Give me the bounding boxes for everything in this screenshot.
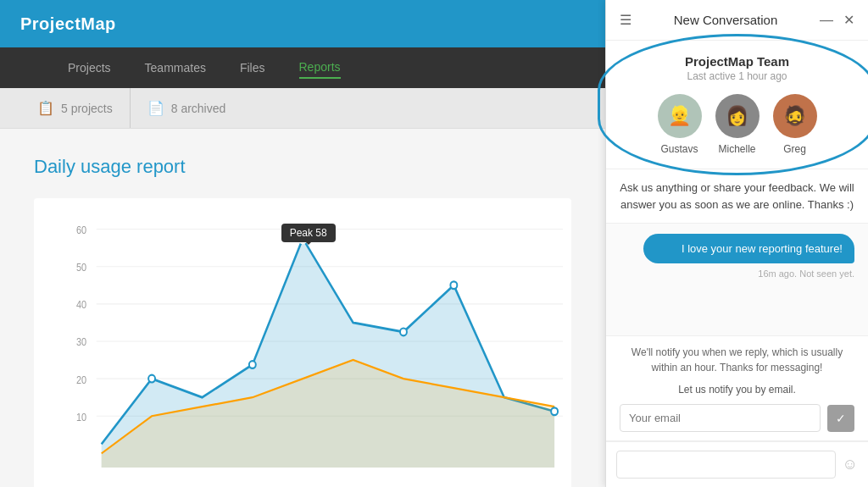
archived-count-item: 📄 8 archived: [131, 88, 243, 128]
svg-point-17: [400, 329, 407, 336]
archived-count: 8 archived: [171, 102, 226, 115]
svg-point-19: [551, 407, 558, 415]
checkmark-icon: ✓: [836, 412, 846, 425]
chat-panel: ☰ New Conversation — ✕ ProjectMap Team L…: [605, 0, 868, 487]
svg-text:50: 50: [76, 263, 86, 274]
emoji-icon: ☺: [843, 456, 858, 473]
peak-tooltip: Peak 58: [281, 224, 336, 242]
app-header: ProjectMap: [0, 0, 605, 47]
hamburger-icon[interactable]: ☰: [620, 12, 632, 28]
avatar-michelle: 👩 Michelle: [715, 94, 760, 155]
report-title: Daily usage report: [34, 156, 571, 178]
avatar-gustavs: 👱 Gustavs: [658, 94, 702, 155]
chat-messages[interactable]: I love your new reporting feature! 16m a…: [606, 224, 868, 335]
svg-text:20: 20: [76, 374, 86, 385]
user-message-bubble: I love your new reporting feature!: [643, 234, 854, 263]
svg-point-18: [450, 281, 457, 289]
avatar-greg: 🧔 Greg: [773, 94, 817, 155]
message-timestamp: 16m ago. Not seen yet.: [620, 268, 854, 279]
team-message-text: Ask us anything or share your feedback. …: [620, 180, 854, 213]
avatar-image-greg: 🧔: [773, 94, 817, 138]
email-submit-button[interactable]: ✓: [827, 405, 854, 432]
gustavs-label: Gustavs: [660, 143, 698, 155]
chat-text-input[interactable]: [616, 451, 836, 479]
chat-header: ☰ New Conversation — ✕: [606, 0, 868, 41]
nav-teammates[interactable]: Teammates: [145, 58, 206, 78]
app-nav: Projects Teammates Files Reports: [0, 47, 605, 88]
emoji-button[interactable]: ☺: [843, 456, 858, 473]
team-status: Last active 1 hour ago: [620, 70, 854, 82]
main-app: ProjectMap Projects Teammates Files Repo…: [0, 0, 605, 487]
michelle-label: Michelle: [718, 143, 755, 155]
close-icon[interactable]: ✕: [843, 12, 854, 28]
greg-face: 🧔: [783, 105, 806, 127]
svg-text:30: 30: [76, 337, 86, 348]
team-section: ProjectMap Team Last active 1 hour ago 👱…: [606, 41, 868, 169]
chart-container: Peak 58 60 50 40 30 20 10: [34, 198, 571, 487]
clipboard-icon: 📋: [37, 100, 54, 116]
chat-input-area: ☺: [606, 441, 868, 487]
team-name: ProjectMap Team: [620, 54, 854, 69]
avatar-image-michelle: 👩: [715, 94, 760, 138]
projects-count: 5 projects: [61, 102, 113, 115]
michelle-face: 👩: [726, 105, 748, 127]
nav-reports[interactable]: Reports: [299, 57, 341, 79]
nav-files[interactable]: Files: [240, 58, 265, 78]
chat-title: New Conversation: [632, 13, 820, 27]
svg-text:40: 40: [76, 300, 86, 311]
subheader: 📋 5 projects 📄 8 archived: [0, 88, 605, 129]
app-logo: ProjectMap: [20, 14, 116, 34]
svg-point-15: [249, 361, 256, 368]
notification-section: We'll notify you when we reply, which is…: [606, 335, 868, 441]
notification-text: We'll notify you when we reply, which is…: [620, 345, 854, 375]
archive-icon: 📄: [147, 100, 164, 116]
email-input[interactable]: [620, 404, 821, 432]
chat-header-controls: — ✕: [820, 12, 854, 28]
gustavs-face: 👱: [668, 105, 691, 127]
minimize-icon[interactable]: —: [820, 13, 833, 28]
svg-text:60: 60: [76, 225, 86, 236]
greg-label: Greg: [783, 143, 806, 155]
projects-count-item: 📋 5 projects: [20, 88, 131, 128]
svg-point-14: [148, 375, 155, 383]
notification-cta: Let us notify you by email.: [620, 382, 854, 397]
report-content: Daily usage report Peak 58 60 50 40 30 2…: [0, 129, 605, 487]
avatar-image-gustavs: 👱: [658, 94, 702, 138]
chart-svg: 60 50 40 30 20 10: [76, 215, 563, 486]
nav-projects[interactable]: Projects: [68, 58, 111, 78]
team-message-section: Ask us anything or share your feedback. …: [606, 169, 868, 224]
svg-text:10: 10: [76, 412, 86, 423]
team-avatars: 👱 Gustavs 👩 Michelle 🧔 Greg: [620, 94, 854, 155]
notification-main: We'll notify you when we reply, which is…: [632, 346, 843, 374]
email-row: ✓: [620, 404, 854, 432]
